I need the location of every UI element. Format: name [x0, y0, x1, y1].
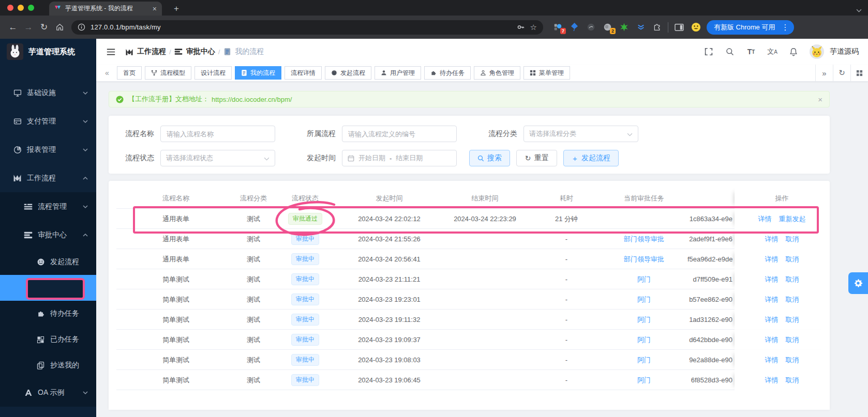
extension-green-star-icon[interactable] [619, 22, 630, 33]
action-detail[interactable]: 详情 [765, 335, 779, 345]
sidebar-item-workflow[interactable]: 工作流程 [0, 164, 96, 192]
tab-todo-task[interactable]: 待办任务 [424, 66, 471, 80]
tags-menu-icon[interactable] [850, 65, 868, 82]
sidebar-item-payment[interactable]: 支付管理 [0, 107, 96, 135]
tags-scroll-left-icon[interactable]: « [100, 69, 114, 77]
settings-gear-button[interactable] [848, 272, 868, 294]
sidebar-item-oa-demo[interactable]: OA 示例 [0, 378, 96, 407]
minimize-window-button[interactable] [18, 5, 24, 11]
action-cancel[interactable]: 取消 [786, 255, 799, 264]
alert-close-icon[interactable]: × [818, 95, 822, 104]
tab-menu-manage[interactable]: 菜单管理 [523, 66, 570, 80]
close-window-button[interactable] [7, 5, 13, 11]
browser-tab[interactable]: 芋道管理系统 - 我的流程 × [49, 2, 162, 16]
action-cancel[interactable]: 取消 [786, 235, 799, 244]
action-detail[interactable]: 详情 [765, 315, 779, 325]
tab-close-icon[interactable]: × [153, 5, 157, 13]
back-button[interactable]: ← [5, 20, 21, 35]
sidebar-item-approval-center[interactable]: 审批中心 [0, 221, 96, 249]
search-button[interactable]: 搜索 [469, 150, 510, 166]
table-row[interactable]: 简单测试测试审批中2024-03-23 19:11:32-阿门1ad31262-… [116, 310, 822, 330]
app-logo-row[interactable]: 芋道管理系统 [0, 39, 96, 65]
current-task-link[interactable]: 阿门 [637, 376, 651, 384]
bookmark-star-icon[interactable]: ☆ [530, 23, 537, 31]
tab-my-process[interactable]: 我的流程 [235, 66, 281, 80]
extension-sphere-icon[interactable] [586, 22, 596, 33]
action-cancel[interactable]: 取消 [786, 376, 799, 385]
tab-search-chevron-icon[interactable] [856, 5, 862, 14]
table-row[interactable]: 简单测试测试审批中2024-03-23 21:11:21-阿门d7ff509e-… [116, 269, 822, 289]
action-cancel[interactable]: 取消 [786, 295, 799, 304]
action-detail[interactable]: 详情 [758, 214, 772, 224]
extension-adblock-icon[interactable]: 7 [552, 22, 563, 33]
forward-button[interactable]: → [21, 20, 36, 35]
table-row[interactable]: 简单测试测试审批中2024-03-23 19:23:01-阿门b57ee862-… [116, 289, 822, 310]
font-size-icon[interactable]: TT [746, 47, 756, 57]
chrome-update-button[interactable]: 有新版 Chrome 可用 ⋮ [707, 20, 794, 35]
status-select[interactable]: 请选择流程状态 [160, 150, 275, 166]
process-name-input[interactable] [160, 126, 275, 142]
action-cancel[interactable]: 取消 [786, 335, 799, 345]
sidebar-item-cc-me[interactable]: 抄送我的 [0, 352, 96, 378]
action-cancel[interactable]: 取消 [786, 356, 799, 365]
action-detail[interactable]: 详情 [765, 376, 779, 385]
table-row[interactable]: 通用表单测试审批通过2024-03-24 22:02:122024-03-24 … [116, 209, 822, 229]
tab-home[interactable]: 首页 [117, 66, 142, 80]
tab-process-detail[interactable]: 流程详情 [285, 66, 322, 80]
current-task-link[interactable]: 部门领导审批 [624, 235, 664, 243]
breadcrumb-item[interactable]: 审批中心 [174, 47, 215, 56]
emoji-face-icon[interactable] [691, 22, 701, 33]
date-range-picker[interactable]: 开始日期 - 结束日期 [342, 150, 457, 166]
reload-button[interactable]: ↻ [36, 20, 52, 35]
create-process-button[interactable]: + 发起流程 [563, 150, 619, 166]
table-row[interactable]: 简单测试测试审批中2024-03-23 19:08:03-阿门9e2a88de-… [116, 350, 822, 370]
notification-bell-icon[interactable] [788, 47, 799, 57]
extension-kite-icon[interactable] [569, 22, 580, 33]
table-row[interactable]: 简单测试测试审批中2024-03-23 19:09:37-阿门d642bbde-… [116, 330, 822, 350]
sidebar-item-todo-task[interactable]: 待办任务 [0, 301, 96, 327]
action-detail[interactable]: 详情 [765, 235, 779, 244]
new-tab-button[interactable]: + [171, 3, 182, 14]
sidebar-item-done-task[interactable]: 已办任务 [0, 327, 96, 352]
table-row[interactable]: 简单测试测试审批中2024-03-23 19:06:45-阿门6f8528d3-… [116, 370, 822, 390]
category-select[interactable]: 请选择流程分类 [523, 126, 638, 142]
action-detail[interactable]: 详情 [765, 356, 779, 365]
tab-design-process[interactable]: 设计流程 [194, 66, 232, 80]
address-bar[interactable]: 127.0.0.1/bpm/task/my ☆ [71, 20, 543, 35]
action-detail[interactable]: 详情 [765, 255, 779, 264]
action-detail[interactable]: 详情 [765, 275, 779, 284]
sidebar-item-report[interactable]: 报表管理 [0, 135, 96, 164]
password-key-icon[interactable] [516, 23, 525, 32]
current-task-link[interactable]: 阿门 [637, 296, 651, 303]
breadcrumb-item[interactable]: 工作流程 [125, 47, 166, 56]
username[interactable]: 芋道源码 [830, 47, 859, 56]
user-avatar[interactable] [810, 44, 824, 59]
browser-menu-kebab-icon[interactable]: ⋮ [779, 23, 791, 32]
tab-create-process[interactable]: 发起流程 [325, 66, 371, 80]
zoom-window-button[interactable] [28, 5, 34, 11]
current-task-link[interactable]: 部门领导审批 [624, 255, 664, 263]
sidebar-item-my-process[interactable]: 我的流程 [0, 275, 96, 301]
home-button[interactable] [52, 20, 67, 35]
action-detail[interactable]: 详情 [765, 295, 779, 304]
side-panel-icon[interactable] [674, 22, 684, 33]
action-cancel[interactable]: 取消 [786, 275, 799, 284]
language-icon[interactable]: 文A [767, 47, 777, 57]
tab-role-manage[interactable]: 角色管理 [474, 66, 520, 80]
collapse-sidebar-icon[interactable] [106, 47, 116, 57]
fullscreen-icon[interactable] [704, 47, 714, 57]
table-row[interactable]: 通用表单测试审批中2024-03-24 21:55:26-部门领导审批2adef… [116, 229, 822, 249]
tab-process-model[interactable]: 流程模型 [145, 66, 191, 80]
current-task-link[interactable]: 阿门 [637, 316, 651, 323]
search-icon[interactable] [725, 47, 735, 57]
action-cancel[interactable]: 取消 [786, 315, 799, 325]
alert-doc-link[interactable]: https://doc.iocoder.cn/bpm/ [212, 96, 292, 103]
sidebar-item-process-manage[interactable]: 流程管理 [0, 192, 96, 221]
current-task-link[interactable]: 阿门 [637, 275, 651, 283]
sidebar-item-create-process[interactable]: 发起流程 [0, 249, 96, 275]
tab-user-manage[interactable]: 用户管理 [375, 66, 421, 80]
table-row[interactable]: 通用表单测试审批中2024-03-24 20:56:41-部门领导审批f5ea9… [116, 249, 822, 269]
reset-button[interactable]: ↻ 重置 [516, 150, 557, 166]
extensions-puzzle-icon[interactable] [652, 22, 663, 33]
tags-refresh-icon[interactable]: ↻ [833, 65, 850, 82]
